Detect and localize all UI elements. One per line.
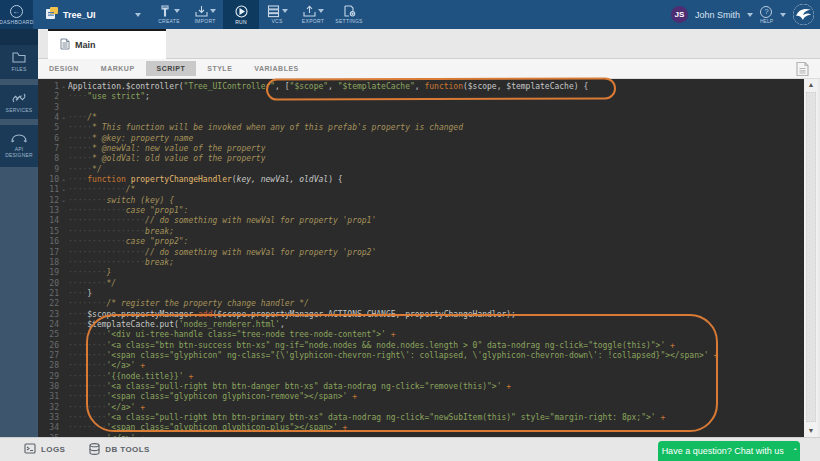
code-line[interactable]: 9·····*/ <box>38 165 804 175</box>
editor-scrollbar[interactable]: ▲ ▼ <box>804 79 818 437</box>
code-editor[interactable]: 1-Application.$controller("Tree_UIContro… <box>38 79 804 437</box>
code-text[interactable]: ·····*/ <box>68 165 804 175</box>
code-line[interactable]: 29········'{{node.title}}' + <box>38 372 804 382</box>
vcs-button[interactable]: VCS <box>259 0 295 29</box>
code-text[interactable]: ········'<span class="glyphicon" ng-clas… <box>68 351 804 361</box>
code-line[interactable]: 7·····* @newVal: new value of the proper… <box>38 144 804 154</box>
tab-design[interactable]: DESIGN <box>38 61 90 76</box>
code-text[interactable]: ················break; <box>68 258 804 268</box>
code-text[interactable]: ········'</a>' + <box>68 361 804 371</box>
code-text[interactable]: ········'<div ui-tree-handle class="tree… <box>68 330 804 340</box>
code-text[interactable]: ·····* @oldVal: old value of the propert… <box>68 154 804 164</box>
code-line[interactable]: 33········'<a class="pull-right btn btn-… <box>38 413 804 423</box>
tab-variables[interactable]: VARIABLES <box>243 61 309 76</box>
scrollbar-thumb[interactable] <box>806 92 816 422</box>
dashboard-button[interactable]: ← DASHBOARD <box>0 0 33 29</box>
line-number[interactable]: 11- <box>38 185 68 195</box>
code-line[interactable]: 4-····/* <box>38 113 804 123</box>
code-line[interactable]: 13············case "prop1": <box>38 206 804 216</box>
code-line[interactable]: 31········'<span class="glyphicon glyphi… <box>38 392 804 402</box>
code-line[interactable]: 3 <box>38 103 804 113</box>
code-line[interactable]: 21····} <box>38 289 804 299</box>
code-text[interactable]: ········*/ <box>68 279 804 289</box>
code-text[interactable]: ········/* register the property change … <box>68 299 804 309</box>
code-line[interactable]: 26········'<a class="btn btn-success btn… <box>38 341 804 351</box>
code-line[interactable]: 23····$scope.propertyManager.add($scope.… <box>38 310 804 320</box>
code-text[interactable]: ·····* This function will be invoked whe… <box>68 123 804 133</box>
tab-main[interactable]: Main <box>48 29 166 59</box>
code-text[interactable]: ····} <box>68 289 804 299</box>
code-text[interactable]: ········'</a>' + <box>68 403 804 413</box>
code-text[interactable]: ·····* @newVal: new value of the propert… <box>68 144 804 154</box>
code-line[interactable]: 17················// do something with n… <box>38 248 804 258</box>
code-line[interactable]: 30········'<a class="pull-right btn btn-… <box>38 382 804 392</box>
code-line[interactable]: 5·····* This function will be invoked wh… <box>38 123 804 133</box>
code-text[interactable]: ················break; <box>68 227 804 237</box>
code-line[interactable]: 19········} <box>38 268 804 278</box>
code-text[interactable]: ····/* <box>68 113 804 123</box>
code-text[interactable]: ····$templateCache.put('nodes_renderer.h… <box>68 320 804 330</box>
file-save-icon[interactable] <box>795 61 810 81</box>
code-line[interactable]: 22········/* register the property chang… <box>38 299 804 309</box>
code-line[interactable]: 24····$templateCache.put('nodes_renderer… <box>38 320 804 330</box>
export-button[interactable]: EXPORT <box>295 0 331 29</box>
line-number[interactable]: 4- <box>38 113 68 123</box>
code-line[interactable]: 6·····* @key: property name <box>38 134 804 144</box>
code-line[interactable]: 27········'<span class="glyphicon" ng-cl… <box>38 351 804 361</box>
code-line[interactable]: 32········'</a>' + <box>38 403 804 413</box>
help-caret-icon[interactable] <box>780 13 786 17</box>
code-line[interactable]: 28········'</a>' + <box>38 361 804 371</box>
code-text[interactable]: ·····* @key: property name <box>68 134 804 144</box>
code-line[interactable]: 2····"use strict"; <box>38 92 804 102</box>
settings-button[interactable]: SETTINGS <box>331 0 367 29</box>
code-text[interactable]: ············case "prop2": <box>68 237 804 247</box>
code-text[interactable]: ················// do something with new… <box>68 216 804 226</box>
code-text[interactable]: ····$scope.propertyManager.add($scope.pr… <box>68 310 804 320</box>
project-switcher[interactable]: Tree_UI <box>33 0 151 29</box>
code-text[interactable]: ············case "prop1": <box>68 206 804 216</box>
code-line[interactable]: 11-············/* <box>38 185 804 195</box>
code-text[interactable]: Application.$controller("Tree_UIControll… <box>68 82 804 92</box>
import-button[interactable]: IMPORT <box>187 0 223 29</box>
user-menu-caret-icon[interactable] <box>747 13 753 17</box>
tab-script[interactable]: SCRIPT <box>146 61 197 76</box>
sidebar-item-services[interactable]: SERVICES <box>0 85 38 119</box>
avatar[interactable]: JS <box>671 6 688 23</box>
scroll-down-icon[interactable]: ▼ <box>804 425 818 437</box>
line-number[interactable]: 1- <box>38 82 68 92</box>
run-button[interactable]: RUN <box>223 0 259 29</box>
code-text[interactable]: ················// do something with new… <box>68 248 804 258</box>
code-text[interactable]: ········'{{node.title}}' + <box>68 372 804 382</box>
code-line[interactable]: 8·····* @oldVal: old value of the proper… <box>38 154 804 164</box>
code-line[interactable]: 1-Application.$controller("Tree_UIContro… <box>38 82 804 92</box>
code-line[interactable]: 25········'<div ui-tree-handle class="tr… <box>38 330 804 340</box>
create-button[interactable]: CREATE <box>151 0 187 29</box>
db-tools-button[interactable]: DB TOOLS <box>89 443 149 457</box>
code-line[interactable]: 15················break; <box>38 227 804 237</box>
code-text[interactable]: ········} <box>68 268 804 278</box>
code-line[interactable]: 16············case "prop2": <box>38 237 804 247</box>
code-text[interactable]: ········'<span class="glyphicon glyphico… <box>68 392 804 402</box>
code-line[interactable]: 18················break; <box>38 258 804 268</box>
sidebar-item-files[interactable]: FILES <box>0 45 38 79</box>
code-text[interactable]: ········'<span class="glyphicon glyphico… <box>68 423 804 433</box>
code-text[interactable]: ········switch (key) { <box>68 196 804 206</box>
help-button[interactable]: ? HELP <box>760 6 773 24</box>
sidebar-item-api-designer[interactable]: API DESIGNER <box>0 125 38 167</box>
code-text[interactable]: ····function propertyChangeHandler(key, … <box>68 175 804 185</box>
code-line[interactable]: 34········'<span class="glyphicon glyphi… <box>38 423 804 433</box>
line-number[interactable]: 12- <box>38 196 68 206</box>
code-line[interactable]: 12-········switch (key) { <box>38 196 804 206</box>
tab-markup[interactable]: MARKUP <box>90 61 146 76</box>
code-line[interactable]: 10-····function propertyChangeHandler(ke… <box>38 175 804 185</box>
code-text[interactable]: ············/* <box>68 185 804 195</box>
code-text[interactable]: ········'<a class="pull-right btn btn-pr… <box>68 413 804 423</box>
code-text[interactable]: ····"use strict"; <box>68 92 804 102</box>
tab-style[interactable]: STYLE <box>196 61 243 76</box>
line-number[interactable]: 10- <box>38 175 68 185</box>
logs-button[interactable]: LOGS <box>24 443 65 456</box>
code-line[interactable]: 14················// do something with n… <box>38 216 804 226</box>
chat-widget-button[interactable]: Have a question? Chat with us ˆ <box>658 441 800 461</box>
code-line[interactable]: 20········*/ <box>38 279 804 289</box>
code-text[interactable]: ········'<a class="btn btn-success btn-x… <box>68 341 804 351</box>
